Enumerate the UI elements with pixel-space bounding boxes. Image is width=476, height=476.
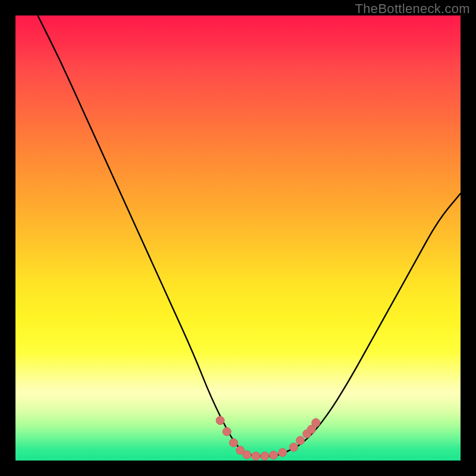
data-marker [278, 449, 287, 457]
data-marker [230, 439, 238, 447]
data-marker [270, 451, 278, 459]
data-marker [290, 443, 298, 452]
data-marker [312, 418, 320, 427]
chart-plot-area [15, 15, 461, 461]
data-marker [216, 416, 224, 425]
data-marker [223, 427, 231, 436]
data-marker [252, 452, 260, 461]
data-marker [261, 452, 269, 461]
data-marker [243, 450, 251, 459]
data-marker [296, 436, 305, 444]
curve-data-markers [15, 15, 461, 461]
watermark-text: TheBottleneck.com [355, 1, 470, 17]
